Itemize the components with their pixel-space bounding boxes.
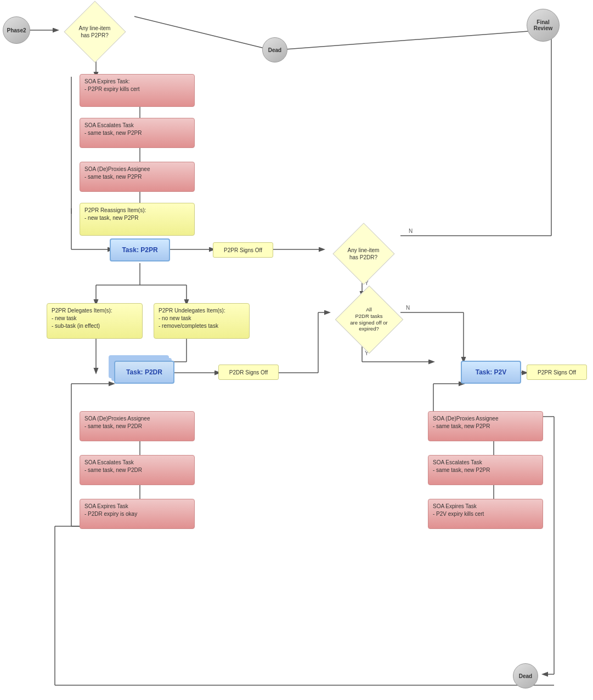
svg-line-2	[285, 30, 543, 49]
p2pr-delegates-node: P2PR Delegates Item(s): - new task - sub…	[47, 303, 143, 339]
decision1-node: Any line-itemhas P2PR?	[55, 5, 134, 58]
final-review-node: Final Review	[527, 9, 560, 42]
svg-line-1	[134, 16, 269, 49]
soa-expires-p2pr-label: SOA Expires Task: - P2PR expiry kills ce…	[84, 78, 140, 93]
soa-escalates-p2pr-label: SOA Escalates Task - same task, new P2PR	[84, 122, 142, 137]
p2v-signs-off-label: P2PR Signs Off	[527, 365, 587, 380]
p2dr-signs-off-text: P2DR Signs Off	[229, 369, 268, 375]
soa-deproxies-p2pr-node: SOA (De)Proxies Assignee - same task, ne…	[80, 162, 195, 192]
decision2-node: Any line-itemhas P2DR?	[324, 227, 403, 280]
soa-expires-p2dr-node: SOA Expires Task - P2DR expiry is okay	[80, 499, 195, 529]
soa-escalates-p2dr-node: SOA Escalates Task - same task, new P2DR	[80, 455, 195, 485]
p2pr-signs-off-label: P2PR Signs Off	[213, 242, 273, 258]
phase2-label: Phase2	[7, 27, 26, 33]
task-p2dr-node: Task: P2DR	[114, 361, 174, 384]
final-review-label: Final Review	[534, 19, 552, 31]
soa-expires-p2dr-label: SOA Expires Task - P2DR expiry is okay	[84, 503, 137, 518]
soa-escalates-p2pr-node: SOA Escalates Task - same task, new P2PR	[80, 118, 195, 148]
decision3-node: AllP2DR tasksare signed off orexpired?	[329, 291, 409, 348]
soa-deproxies-p2v-label: SOA (De)Proxies Assignee - same task, ne…	[433, 415, 499, 430]
dead2-node: Dead	[513, 663, 538, 688]
p2pr-delegates-label: P2PR Delegates Item(s): - new task - sub…	[52, 307, 112, 330]
soa-deproxies-p2dr-node: SOA (De)Proxies Assignee - same task, ne…	[80, 411, 195, 441]
soa-escalates-p2v-label: SOA Escalates Task - same task, new P2PR	[433, 459, 490, 474]
p2pr-reassigns-node: P2PR Reassigns Item(s): - new task, new …	[80, 203, 195, 236]
task-p2dr-label: Task: P2DR	[126, 368, 162, 376]
soa-escalates-p2v-node: SOA Escalates Task - same task, new P2PR	[428, 455, 543, 485]
svg-text:N: N	[409, 228, 413, 234]
soa-expires-p2v-node: SOA Expires Task - P2V expiry kills cert	[428, 499, 543, 529]
p2dr-signs-off-label: P2DR Signs Off	[218, 365, 279, 380]
task-p2pr-node: Task: P2PR	[110, 238, 170, 261]
p2pr-undelegates-node: P2PR Undelegates Item(s): - no new task …	[154, 303, 250, 339]
dead2-label: Dead	[519, 673, 532, 679]
p2pr-reassigns-label: P2PR Reassigns Item(s): - new task, new …	[84, 207, 146, 222]
p2v-signs-off-text: P2PR Signs Off	[538, 369, 576, 375]
soa-deproxies-p2pr-label: SOA (De)Proxies Assignee - same task, ne…	[84, 166, 150, 181]
p2pr-signs-off-text: P2PR Signs Off	[224, 247, 262, 253]
p2pr-undelegates-label: P2PR Undelegates Item(s): - no new task …	[159, 307, 225, 330]
dead1-label: Dead	[268, 47, 281, 53]
soa-expires-p2pr-node: SOA Expires Task: - P2PR expiry kills ce…	[80, 74, 195, 107]
dead1-node: Dead	[262, 37, 287, 62]
task-p2v-label: Task: P2V	[476, 368, 506, 376]
task-p2v-node: Task: P2V	[461, 361, 521, 384]
soa-expires-p2v-label: SOA Expires Task - P2V expiry kills cert	[433, 503, 484, 518]
task-p2pr-label: Task: P2PR	[122, 246, 157, 254]
soa-escalates-p2dr-label: SOA Escalates Task - same task, new P2DR	[84, 459, 142, 474]
soa-deproxies-p2dr-label: SOA (De)Proxies Assignee - same task, ne…	[84, 415, 150, 430]
soa-deproxies-p2v-node: SOA (De)Proxies Assignee - same task, ne…	[428, 411, 543, 441]
flowchart-diagram: N Y N Y	[0, 0, 593, 700]
phase2-node: Phase2	[3, 16, 30, 44]
